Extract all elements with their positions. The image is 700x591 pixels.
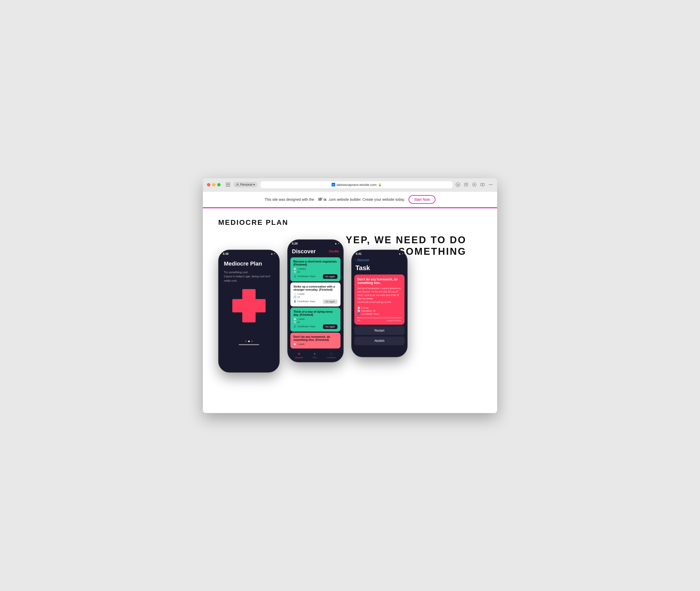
tab-plan-label: Plan bbox=[313, 356, 317, 359]
headline-line1: YEP, WE NEED TO DO bbox=[346, 234, 466, 246]
dot-1 bbox=[245, 341, 247, 342]
svg-point-7 bbox=[490, 184, 491, 185]
tab-contribute[interactable]: □ Contribute bbox=[326, 352, 336, 359]
banner-text-after: .com website builder. Create your websit… bbox=[328, 197, 405, 202]
download-icon[interactable] bbox=[456, 182, 460, 187]
card-1-popularity: 🔄23 bbox=[294, 271, 337, 273]
browser-window: Personal ▾ w takeasnaprace.wixsite.com 🔒 bbox=[203, 178, 497, 413]
profile-chevron: ▾ bbox=[253, 183, 255, 186]
card-3-duration: 🕐1 week bbox=[294, 318, 337, 320]
browser-titlebar: Personal ▾ w takeasnaprace.wixsite.com 🔒 bbox=[203, 178, 497, 192]
task-contributor: 👤Contributor: Race bbox=[358, 313, 401, 315]
card-3-contributor: 👤Contributor: Race bbox=[294, 325, 315, 328]
profile-pill[interactable]: Personal ▾ bbox=[233, 182, 257, 187]
discover-header: Discover Shuffle bbox=[288, 246, 343, 256]
tab-plan[interactable]: ✦ Plan bbox=[313, 352, 317, 359]
progress-right: 6 days 23 hours bbox=[387, 319, 401, 322]
task-duration: 🕐1 week bbox=[358, 307, 401, 309]
profile-icon bbox=[236, 183, 239, 186]
minimize-button[interactable] bbox=[212, 183, 216, 186]
phone-2: 6:29 ▲ ▪ Discover Shuffle Become a short… bbox=[287, 240, 343, 362]
do-again-btn-2[interactable]: Do Again bbox=[323, 299, 337, 304]
card-1-duration: 🕐2 weeks bbox=[294, 268, 337, 270]
url-text: takeasnaprace.wixsite.com bbox=[337, 183, 377, 187]
phone-1: 6:38 ▲ ▪ Mediocre Plan Try something coo… bbox=[218, 250, 280, 373]
do-again-btn-3[interactable]: Do Again bbox=[323, 324, 337, 329]
banner-text-before: This site was designed with the bbox=[264, 197, 314, 202]
profile-label: Personal bbox=[240, 183, 252, 186]
progress-bar-container bbox=[358, 317, 401, 318]
task-popularity: 🔄Popularity: 16 bbox=[358, 310, 401, 312]
red-cross-icon bbox=[232, 289, 265, 322]
lock-icon: 🔒 bbox=[378, 183, 382, 186]
wix-logo-w: W bbox=[318, 197, 322, 202]
card-2-duration: 🕐1 week bbox=[294, 293, 337, 295]
sidebar-toggle-icon[interactable] bbox=[226, 183, 230, 186]
back-nav[interactable]: ‹ Discover bbox=[352, 256, 407, 263]
svg-rect-4 bbox=[481, 183, 482, 186]
progress-left: 0% bbox=[358, 319, 361, 322]
dot-2 bbox=[248, 341, 250, 342]
svg-rect-5 bbox=[482, 183, 484, 186]
discover-card-2: Strike up a conversation with a stranger… bbox=[290, 282, 340, 307]
start-now-button[interactable]: Start Now bbox=[409, 195, 436, 204]
contribute-tab-icon: □ bbox=[330, 352, 332, 356]
tab-discover[interactable]: ✕ Discover bbox=[295, 352, 303, 359]
phone-1-home-indicator bbox=[239, 344, 259, 345]
phone-3-content: ‹ Discover Task Don't do any homework, d… bbox=[352, 256, 407, 345]
new-window-icon[interactable] bbox=[480, 182, 485, 187]
progress-bar-fill bbox=[358, 317, 358, 318]
wix-logo-ix: ix bbox=[324, 197, 327, 202]
abolish-button[interactable]: Abolish bbox=[354, 336, 404, 345]
back-chevron: ‹ bbox=[356, 258, 357, 262]
phone-1-content: Mediocre Plan Try something cool.Cauze i… bbox=[219, 256, 279, 333]
phone-1-app-title: Mediocre Plan bbox=[224, 260, 274, 267]
card-2-popularity: 🔄13 bbox=[294, 296, 337, 298]
restart-button[interactable]: Restart bbox=[354, 326, 404, 335]
wix-banner: This site was designed with the Wix .com… bbox=[203, 192, 497, 208]
do-again-btn-1[interactable]: Do Again bbox=[323, 274, 337, 279]
share-icon[interactable] bbox=[464, 182, 468, 187]
card-4-duration: 🕐1 week bbox=[294, 343, 337, 345]
battery-icon-2: ▪ bbox=[338, 242, 339, 245]
phone-1-time: 6:38 bbox=[223, 252, 228, 255]
card-3-footer: 👤Contributor: Race Do Again bbox=[294, 324, 337, 329]
card-1-contributor: 👤Contributor: Race bbox=[294, 275, 315, 277]
new-tab-icon[interactable] bbox=[472, 182, 477, 187]
more-icon[interactable] bbox=[488, 182, 493, 187]
discover-card-3: Think of a way of dying every day. (Fini… bbox=[290, 308, 340, 332]
phone-3-time: 6:41 bbox=[356, 252, 362, 255]
battery-icon: ▪ bbox=[274, 252, 275, 255]
page-content: MEDIOCRE PLAN YEP, WE NEED TO DO SOMETHI… bbox=[203, 208, 497, 413]
dot-3 bbox=[251, 341, 253, 342]
phone-3-notch bbox=[367, 250, 392, 256]
back-label: Discover bbox=[358, 258, 370, 262]
site-title: MEDIOCRE PLAN bbox=[218, 218, 482, 226]
task-card-desc: Get rid of homeworks, I want to pursue m… bbox=[358, 287, 401, 304]
phone-2-time: 6:29 bbox=[292, 242, 298, 245]
traffic-lights bbox=[207, 183, 221, 186]
close-button[interactable] bbox=[207, 183, 210, 186]
task-card-title: Don't do any homework, do something else… bbox=[358, 277, 401, 285]
phone-2-content: Discover Shuffle Become a short-term veg… bbox=[288, 246, 343, 348]
discover-card-1: Become a short-term vegetarian. (Finishe… bbox=[290, 257, 340, 281]
svg-point-6 bbox=[489, 184, 490, 185]
tab-discover-label: Discover bbox=[295, 356, 303, 359]
card-3-title: Think of a way of dying every day. (Fini… bbox=[294, 310, 337, 316]
card-3-popularity: 🔄21 bbox=[294, 321, 337, 323]
address-bar[interactable]: w takeasnaprace.wixsite.com 🔒 bbox=[260, 181, 453, 188]
tab-contribute-label: Contribute bbox=[326, 356, 336, 359]
phone-3: 6:41 ▲ ▪ ‹ Discover Task Don't do any ho… bbox=[351, 250, 407, 357]
maximize-button[interactable] bbox=[217, 183, 221, 186]
discover-card-4: Don't do any homework, do something else… bbox=[290, 333, 340, 348]
phone-1-dots bbox=[219, 341, 279, 342]
shuffle-button[interactable]: Shuffle bbox=[329, 249, 339, 253]
phone-1-notch bbox=[236, 250, 262, 256]
svg-point-0 bbox=[237, 184, 238, 185]
phone-2-notch bbox=[303, 240, 328, 246]
card-2-title: Strike up a conversation with a stranger… bbox=[294, 285, 337, 291]
task-card: Don't do any homework, do something else… bbox=[354, 274, 404, 325]
wifi-icon-2: ▲ bbox=[335, 242, 337, 245]
phone-1-status-icons: ▲ ▪ bbox=[271, 252, 275, 255]
browser-actions bbox=[456, 182, 493, 187]
